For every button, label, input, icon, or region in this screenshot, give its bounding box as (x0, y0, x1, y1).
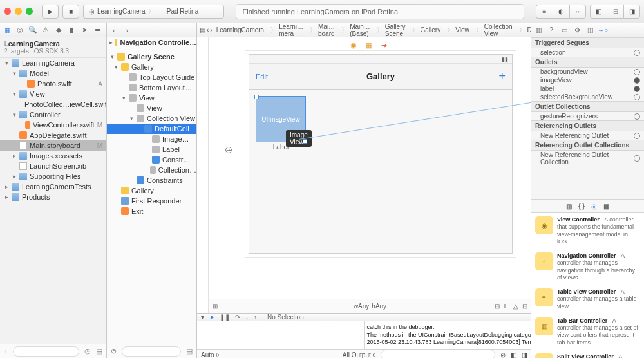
forward-icon[interactable]: › (210, 26, 212, 33)
simulated-device-view[interactable]: ▮▮ Edit Gallery + UIImageView Image View… (249, 54, 513, 254)
breadcrumb-item[interactable]: 〉Collection View (473, 23, 515, 37)
outline-row[interactable]: Exit (107, 206, 196, 216)
file-tree-row[interactable]: LaunchScreen.xib (0, 161, 106, 171)
breadcrumb-item[interactable]: 〉Gallery Scene (374, 23, 408, 37)
resizing-icon[interactable]: ⊡ (522, 303, 527, 310)
outlet-row[interactable]: New Referencing Outlet (531, 131, 644, 140)
attributes-inspector-tab-icon[interactable]: ⚙ (573, 26, 582, 35)
toggle-left-panel-button[interactable]: ◧ (590, 5, 607, 19)
file-tree-row[interactable]: ▾Controller (0, 109, 106, 120)
pause-icon[interactable]: ❚❚ (220, 314, 230, 321)
related-items-icon[interactable]: ▤ (200, 26, 205, 33)
outline-filter-input[interactable] (122, 346, 181, 357)
console-filter-input[interactable] (381, 350, 495, 358)
add-icon[interactable]: + (4, 348, 8, 355)
hide-debug-icon[interactable]: ▾ (201, 314, 204, 321)
outline-row[interactable]: Constr… (107, 155, 196, 165)
back-icon[interactable]: ‹ (109, 26, 118, 35)
zoom-window-icon[interactable] (26, 8, 33, 15)
step-out-icon[interactable]: ↑ (254, 314, 257, 321)
outlet-row[interactable]: selectedBackgroundView (531, 93, 644, 101)
outlet-row[interactable]: gestureRecognizers (531, 112, 644, 120)
library-item[interactable]: ◉View Controller - A controller that sup… (531, 213, 644, 249)
toggle-console-pane-icon[interactable]: ◨ (522, 352, 527, 358)
outline-row[interactable]: Constraints (107, 175, 196, 185)
outline-row[interactable]: Collection… (107, 165, 196, 175)
file-tree[interactable]: ▾LearningCamera▾ModelPhoto.swiftA▾ViewPh… (0, 58, 106, 344)
outline-row[interactable]: Label (107, 144, 196, 155)
breakpoint-navigator-tab-icon[interactable]: ➤ (80, 26, 89, 35)
scm-icon[interactable]: ▤ (96, 347, 102, 355)
assistant-editor-button[interactable]: ◐ (553, 5, 569, 19)
recent-icon[interactable]: ◷ (84, 347, 91, 355)
outline-row[interactable]: First Responder (107, 196, 196, 206)
outline-row[interactable]: Bottom Layout… (107, 82, 196, 93)
outline-row[interactable]: Image… (107, 134, 196, 144)
outline-row[interactable]: ▾Gallery (107, 62, 196, 72)
outlet-row[interactable]: label (531, 84, 644, 93)
size-class-bar[interactable]: ⊞ wAny hAny ⊟ ⊩ △ ⊡ (209, 299, 531, 313)
navigation-bar[interactable]: Edit Gallery + (249, 64, 512, 90)
standard-editor-button[interactable]: ≡ (536, 5, 553, 19)
outline-row[interactable]: View (107, 103, 196, 113)
clear-console-icon[interactable]: ⊘ (500, 352, 506, 358)
file-tree-row[interactable]: ▾View (0, 89, 106, 99)
file-tree-row[interactable]: Photo.swiftA (0, 79, 106, 89)
filter-icon[interactable]: ⊜ (111, 347, 117, 355)
file-template-library-icon[interactable]: ▥ (566, 203, 572, 210)
uiimageview[interactable]: UIImageView Image View (256, 96, 306, 142)
file-tree-row[interactable]: ViewController.swiftM (0, 120, 106, 130)
help-inspector-tab-icon[interactable]: ? (547, 26, 556, 35)
search-navigator-tab-icon[interactable]: 🔍 (28, 26, 37, 35)
breadcrumb-item[interactable]: 〉Mai…board (307, 23, 337, 37)
run-button[interactable]: ▶ (42, 5, 59, 19)
object-library[interactable]: ◉View Controller - A controller that sup… (531, 213, 644, 358)
test-navigator-tab-icon[interactable]: ◆ (54, 26, 63, 35)
step-over-icon[interactable]: ↷ (235, 314, 240, 321)
segue-entry-icon[interactable]: → (225, 147, 232, 153)
breadcrumb-item[interactable]: LearningCamera (214, 26, 267, 33)
file-tree-row[interactable]: Main.storyboardM (0, 140, 106, 151)
auto-menu[interactable]: Auto ◊ (201, 352, 219, 358)
file-tree-row[interactable]: PhotoCollec…iewCell.swiftA (0, 99, 106, 109)
media-library-icon[interactable]: ▦ (603, 203, 609, 210)
scene-icon[interactable]: ➔ (381, 41, 387, 50)
debug-navigator-tab-icon[interactable]: ▮ (67, 26, 76, 35)
outline-row[interactable]: ▾Collection View (107, 113, 196, 124)
collection-view-cell[interactable]: UIImageView Image View Label (256, 96, 306, 158)
file-tree-row[interactable]: ▾LearningCamera (0, 58, 106, 68)
file-tree-row[interactable]: ▸Supporting Files (0, 171, 106, 182)
step-in-icon[interactable]: ↓ (245, 314, 249, 321)
outline-row[interactable]: ▾View (107, 93, 196, 103)
outline-row[interactable]: Top Layout Guide (107, 72, 196, 82)
align-icon[interactable]: ⊟ (495, 303, 500, 310)
output-filter-menu[interactable]: All Output ◊ (343, 352, 376, 358)
identity-inspector-tab-icon[interactable]: ▭ (560, 26, 569, 35)
scene-icon[interactable]: ◉ (350, 41, 357, 50)
forward-icon[interactable]: › (122, 26, 131, 35)
outline-row[interactable]: DefaultCell (107, 124, 196, 134)
version-editor-button[interactable]: ↔ (569, 5, 586, 19)
navigator-filter-input[interactable] (13, 346, 79, 357)
file-tree-row[interactable]: AppDelegate.swift (0, 130, 106, 140)
breadcrumb-item[interactable]: 〉View (444, 26, 472, 35)
jump-bar[interactable]: ▤‹›LearningCamera〉Learni…mera〉Mai…board〉… (197, 23, 531, 37)
file-navigator-tab-icon[interactable]: ▦ (3, 26, 12, 35)
file-tree-row[interactable]: ▸Products (0, 192, 106, 202)
library-item[interactable]: ◫Split View Controller - A composite vie… (531, 350, 644, 358)
breadcrumb-item[interactable]: 〉Learni…mera (268, 23, 306, 37)
outlet-row[interactable]: backgroundView (531, 68, 644, 76)
size-inspector-tab-icon[interactable]: ◫ (585, 26, 594, 35)
outline-row[interactable]: Gallery (107, 185, 196, 196)
toggle-outline-icon[interactable]: ▤ (186, 347, 193, 355)
variables-view[interactable] (197, 321, 365, 349)
interface-builder-canvas[interactable]: ◉ ▦ ➔ ▮▮ Edit Gallery + UIImageView (209, 37, 531, 313)
outlet-row[interactable]: selection (531, 48, 644, 57)
report-navigator-tab-icon[interactable]: ≣ (93, 26, 102, 35)
file-tree-row[interactable]: ▾Model (0, 68, 106, 79)
file-tree-row[interactable]: ▸Images.xcassets (0, 151, 106, 161)
breadcrumb-item[interactable]: 〉DefaultCell (516, 26, 531, 35)
toggle-right-panel-button[interactable]: ◨ (623, 5, 640, 19)
file-inspector-tab-icon[interactable]: ▥ (534, 26, 543, 35)
symbol-navigator-tab-icon[interactable]: ◎ (15, 26, 24, 35)
